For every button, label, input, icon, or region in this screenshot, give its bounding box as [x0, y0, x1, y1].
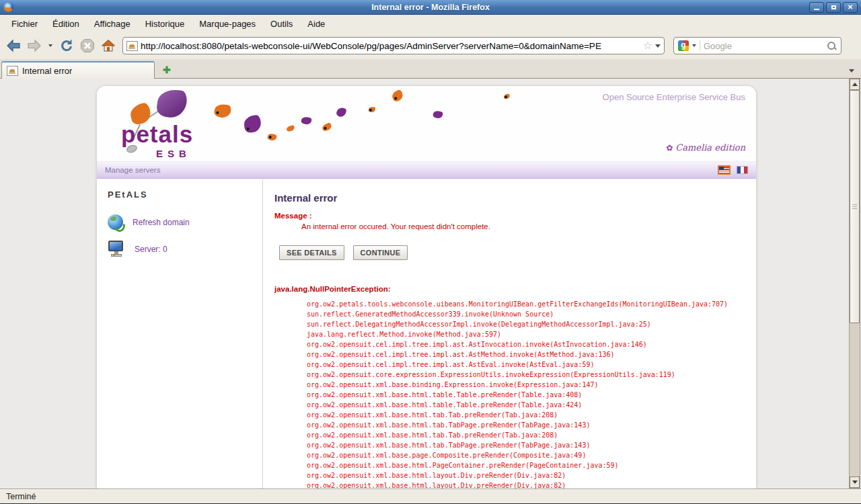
scroll-up-button[interactable]	[850, 79, 860, 90]
tab-favicon-icon	[7, 66, 18, 76]
url-dropdown-icon[interactable]	[655, 44, 661, 48]
us-flag-icon[interactable]	[718, 165, 731, 175]
petal-decoration	[504, 93, 511, 99]
menu-affichage[interactable]: Affichage	[87, 17, 138, 31]
reload-icon	[59, 38, 75, 54]
edition-text: Camelia edition	[675, 142, 745, 153]
server-link[interactable]: Server: 0	[135, 245, 167, 254]
petal-decoration	[301, 116, 312, 125]
page-favicon-icon	[126, 41, 138, 51]
continue-button[interactable]: CONTINUE	[353, 245, 408, 260]
petal-decoration	[244, 115, 262, 133]
server-computer-icon	[108, 241, 125, 258]
firefox-window: Internal error - Mozilla Firefox ✕ Fichi…	[0, 0, 861, 504]
sidebar-title: PEtALS	[108, 190, 262, 200]
search-bar[interactable]: Google	[673, 37, 841, 54]
sidebar-item-server[interactable]: Server: 0	[108, 241, 262, 258]
search-magnifier-icon[interactable]	[826, 40, 837, 51]
stack-trace-line: org.ow2.opensuit.xml.base.html.tab.TabPa…	[307, 420, 743, 430]
status-text: Terminé	[6, 492, 36, 501]
reload-button[interactable]	[57, 36, 76, 56]
sidebar: PEtALS Refresh domain Server: 0	[97, 179, 263, 489]
search-input[interactable]: Google	[704, 41, 823, 51]
site-tagline: Open Source Enterprise Service Bus	[603, 92, 745, 102]
stack-trace-line: org.ow2.opensuit.cel.impl.tree.impl.ast.…	[307, 349, 743, 360]
stack-trace-line: java.lang.reflect.Method.invoke(Method.j…	[307, 329, 743, 339]
stack-trace-line: org.ow2.opensuit.xml.base.html.PageConta…	[307, 460, 743, 470]
message-label: Message :	[274, 212, 743, 220]
petals-page-panel: petals ESB Open Source Enterprise Servic…	[96, 85, 757, 489]
tab-internal-error[interactable]: Internal error	[1, 61, 155, 79]
stack-trace-line: sun.reflect.DelegatingMethodAccessorImpl…	[307, 319, 743, 329]
petal-decoration	[213, 103, 231, 119]
maximize-icon	[831, 5, 836, 9]
stack-trace-line: org.ow2.opensuit.core.expression.Express…	[307, 370, 743, 380]
menu-marque-pages[interactable]: Marque-pages	[192, 17, 263, 31]
url-bar[interactable]: http://localhost:8080/petals-webconsole-…	[122, 37, 665, 54]
petal-decoration	[391, 89, 404, 103]
tab-bar: Internal error ✚	[0, 59, 861, 79]
petal-decoration	[322, 122, 332, 132]
scrollbar-thumb[interactable]	[850, 90, 860, 323]
stack-trace-line: org.ow2.opensuit.cel.impl.tree.impl.ast.…	[307, 339, 743, 349]
tab-list-dropdown-icon[interactable]	[849, 69, 854, 73]
main-content: Internal error Message : An internal err…	[263, 179, 756, 489]
logo-petal-purple	[155, 87, 188, 120]
petal-decoration	[336, 106, 348, 118]
refresh-domain-link[interactable]: Refresh domain	[133, 218, 190, 227]
stack-trace-line: org.ow2.opensuit.cel.impl.tree.impl.ast.…	[307, 360, 743, 370]
stack-trace-line: org.ow2.opensuit.xml.base.html.table.Tab…	[307, 390, 743, 400]
home-icon	[100, 38, 116, 54]
maximize-button[interactable]	[826, 2, 841, 13]
sidebar-item-refresh-domain[interactable]: Refresh domain	[108, 214, 262, 230]
chevron-down-icon	[48, 44, 52, 47]
minimize-button[interactable]	[809, 2, 824, 13]
site-nav-bar: Manage servers	[97, 161, 756, 179]
message-text: An internal error occured. Your request …	[274, 222, 743, 230]
menu-edition[interactable]: Édition	[45, 17, 87, 31]
stop-icon	[79, 38, 96, 54]
site-header: petals ESB Open Source Enterprise Servic…	[97, 86, 756, 161]
menu-historique[interactable]: Historique	[138, 17, 192, 31]
stack-trace-line: org.ow2.opensuit.xml.base.html.layout.Di…	[307, 480, 743, 489]
stack-trace-line: org.ow2.opensuit.xml.base.page.Composite…	[307, 450, 743, 460]
triangle-down-icon	[852, 480, 858, 484]
page-content: PEtALS Refresh domain Server: 0 Internal…	[97, 179, 756, 489]
url-input[interactable]: http://localhost:8080/petals-webconsole-…	[141, 41, 640, 51]
bookmark-star-icon[interactable]: ☆	[643, 40, 652, 51]
home-button[interactable]	[99, 36, 118, 56]
stack-trace-line: org.ow2.opensuit.xml.base.html.tab.Tab.p…	[307, 410, 743, 420]
menu-outils[interactable]: Outils	[263, 17, 300, 31]
stack-trace: org.ow2.petals.tools.webconsole.uibeans.…	[274, 299, 743, 489]
back-icon	[5, 38, 22, 54]
stack-trace-line: sun.reflect.GeneratedMethodAccessor339.i…	[307, 309, 743, 319]
petal-decoration	[267, 132, 278, 142]
exception-title: java.lang.NullPointerException:	[274, 285, 743, 293]
back-button[interactable]	[4, 36, 23, 56]
window-title: Internal error - Mozilla Firefox	[0, 3, 861, 12]
separator	[700, 40, 700, 51]
new-tab-button[interactable]: ✚	[163, 65, 171, 75]
menu-aide[interactable]: Aide	[300, 17, 332, 31]
stack-trace-line: org.ow2.opensuit.xml.base.html.tab.TabPa…	[307, 440, 743, 450]
flower-icon: ✿	[666, 143, 673, 153]
stack-trace-line: org.ow2.petals.tools.webconsole.uibeans.…	[307, 299, 743, 309]
forward-button[interactable]	[25, 36, 44, 56]
see-details-button[interactable]: SEE DETAILS	[279, 245, 344, 260]
close-button[interactable]: ✕	[843, 2, 858, 13]
vertical-scrollbar[interactable]	[849, 79, 860, 489]
menubar: Fichier Édition Affichage Historique Mar…	[0, 15, 861, 32]
minimize-icon	[814, 9, 819, 10]
petal-decoration	[433, 110, 443, 119]
petal-decoration	[286, 125, 295, 132]
back-forward-dropdown[interactable]	[46, 36, 55, 56]
fr-flag-icon[interactable]	[737, 166, 748, 174]
scroll-down-button[interactable]	[850, 476, 860, 488]
browser-viewport: petals ESB Open Source Enterprise Servic…	[0, 79, 861, 489]
nav-manage-servers[interactable]: Manage servers	[105, 166, 160, 174]
menu-fichier[interactable]: Fichier	[4, 17, 45, 31]
stop-button[interactable]	[78, 36, 97, 56]
stack-trace-line: org.ow2.opensuit.xml.base.binding.Expres…	[307, 380, 743, 390]
search-engine-dropdown-icon[interactable]	[692, 44, 696, 47]
tab-label: Internal error	[22, 66, 72, 76]
